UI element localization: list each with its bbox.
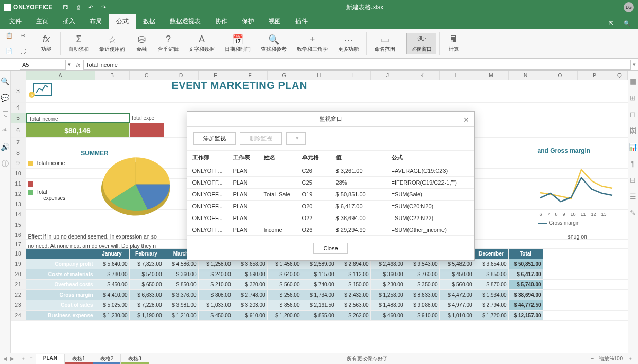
tab-plugins[interactable]: 插件 [288,14,315,29]
data-cell[interactable]: $ 1,230.00 [95,311,130,320]
col-F[interactable]: F [233,71,268,80]
data-cell[interactable]: $ 50,851.00 [509,259,543,269]
watch-row[interactable]: ONLYOFF...PLANC2528%=IFERROR(C19/C22-1,"… [187,177,474,189]
data-cell[interactable]: $ 808.00 [199,290,233,300]
col-C[interactable]: C [130,71,164,80]
data-cell[interactable]: $ 44,772.50 [509,300,543,310]
add-sheet-icon[interactable]: ＋ [21,355,26,362]
slicer-settings-icon[interactable]: ☰ [628,192,637,202]
chart-settings-icon[interactable]: 📊 [628,143,637,152]
data-cell[interactable]: $ 4,410.00 [95,290,130,300]
tab-view[interactable]: 视图 [261,14,288,29]
col-D[interactable]: D [164,71,199,80]
data-cell[interactable]: $ 5,025.00 [95,300,130,310]
chat-icon[interactable]: 🗨 [1,110,10,119]
data-cell[interactable]: $ 1,190.00 [130,311,164,320]
search-icon[interactable]: 🔍 [618,18,636,29]
data-cell[interactable]: $ 560.00 [440,280,474,289]
table-settings-icon[interactable]: ⊞ [628,94,637,103]
open-location-icon[interactable]: ⇱ [604,18,618,29]
data-cell[interactable]: $ 856.00 [268,300,302,310]
data-cell[interactable]: $ 450.00 [95,280,130,289]
data-cell[interactable]: $ 2,748.00 [233,290,268,300]
recent-button[interactable]: ☆最近使用的 [95,33,130,54]
data-cell[interactable]: $ 540.00 [130,269,164,279]
col-P[interactable]: P [578,71,612,80]
tab-collab[interactable]: 协作 [208,14,235,29]
tab-layout[interactable]: 布局 [82,14,109,29]
watch-row[interactable]: ONLYOFF...PLANO20$ 6,417.00=SUM(C20:N20) [187,201,474,212]
print-icon[interactable]: ⎙ [77,4,80,11]
financial-button[interactable]: ⛁金融 [131,33,152,54]
col-J[interactable]: J [371,71,405,80]
watch-row[interactable]: ONLYOFF...PLANTotal_SaleO19$ 50,851.00=S… [187,189,474,201]
data-cell[interactable]: $ 450.00 [440,269,474,279]
data-cell[interactable]: $ 760.00 [405,269,440,279]
data-cell[interactable]: $ 150.00 [336,280,371,289]
cut-icon[interactable]: ✂ [16,30,29,42]
data-cell[interactable]: $ 1,720.00 [474,311,509,320]
feedback-icon[interactable]: 🔊 [1,143,10,152]
user-avatar[interactable]: LG [624,2,634,12]
data-cell[interactable]: $ 210.00 [199,280,233,289]
data-cell[interactable]: $ 1,488.00 [371,300,405,310]
more-button[interactable]: ⋯更多功能 [333,33,363,54]
close-button[interactable]: Close [313,243,347,254]
tab-insert[interactable]: 插入 [56,14,82,29]
save-icon[interactable]: 🖫 [63,4,68,11]
fx-label[interactable]: fx [73,62,83,68]
data-cell[interactable]: $ 590.00 [233,269,268,279]
col-O[interactable]: O [543,71,578,80]
watch-dropdown[interactable]: ▾ [286,132,306,145]
sheet-tab[interactable]: 表格3 [121,354,149,364]
tab-file[interactable]: 文件 [2,14,29,29]
data-cell[interactable]: $ 3,203.00 [233,300,268,310]
data-cell[interactable]: $ 1,734.00 [302,290,336,300]
data-cell[interactable]: $ 8,633.00 [405,290,440,300]
data-cell[interactable]: $ 3,981.00 [164,300,199,310]
data-cell[interactable]: $ 560.00 [268,280,302,289]
col-H[interactable]: H [302,71,336,80]
watch-row[interactable]: ONLYOFF...PLANIncomeO26$ 29,294.90=SUM(O… [187,224,474,236]
data-cell[interactable]: $ 9,088.00 [405,300,440,310]
data-cell[interactable]: $ 320.00 [233,280,268,289]
calculate-button[interactable]: 🖩计算 [443,33,465,54]
redo-icon[interactable]: ↷ [101,4,106,11]
row-label[interactable]: Company profit [26,259,95,269]
comments-icon[interactable]: 💬 [1,94,10,103]
sheet-tab[interactable]: 表格2 [93,354,121,364]
col-E[interactable]: E [199,71,233,80]
data-cell[interactable]: $ 5,640.00 [95,259,130,269]
data-cell[interactable]: $ 38,694.00 [509,290,543,300]
data-cell[interactable]: $ 450.00 [199,311,233,320]
col-K[interactable]: K [405,71,440,80]
tab-protect[interactable]: 保护 [235,14,261,29]
watch-row[interactable]: ONLYOFF...PLANO22$ 38,694.00=SUM(C22:N22… [187,212,474,224]
watch-row[interactable]: ONLYOFF...PLANC26$ 3,261.00=AVERAGE(C19:… [187,165,474,177]
income-value[interactable]: $80,146 [26,123,130,137]
data-cell[interactable]: $ 6,633.00 [130,290,164,300]
logical-button[interactable]: ?合乎逻辑 [153,33,183,54]
add-watch-button[interactable]: 添加监视 [193,132,236,145]
col-G[interactable]: G [268,71,302,80]
grid[interactable]: 3 $ EVENT MARKETING PLAN 4 5 Total incom… [11,80,628,353]
zoom-in-icon[interactable]: ＋ [628,355,633,362]
data-cell[interactable]: $ 3,654.00 [474,259,509,269]
data-cell[interactable]: $ 262.00 [336,311,371,320]
data-cell[interactable]: $ 6,417.00 [509,269,543,279]
datetime-button[interactable]: 📅日期和时间 [220,33,255,54]
sheet-tab[interactable]: PLAN [36,354,65,364]
data-cell[interactable]: $ 2,161.50 [302,300,336,310]
data-cell[interactable]: $ 1,258.00 [371,290,405,300]
expand-formula-icon[interactable]: ▾ [631,61,638,68]
tab-formula[interactable]: 公式 [109,14,136,29]
zoom-out-icon[interactable]: − [591,356,594,361]
data-cell[interactable]: $ 650.00 [130,280,164,289]
find-icon[interactable]: 🔍 [1,77,10,86]
data-cell[interactable]: $ 1,033.00 [199,300,233,310]
autosum-button[interactable]: Σ自动求和 [64,33,94,54]
data-cell[interactable]: $ 850.00 [164,280,199,289]
data-cell[interactable]: $ 7,823.00 [130,259,164,269]
data-cell[interactable]: $ 2,563.00 [336,300,371,310]
data-cell[interactable]: $ 4,472.00 [440,290,474,300]
